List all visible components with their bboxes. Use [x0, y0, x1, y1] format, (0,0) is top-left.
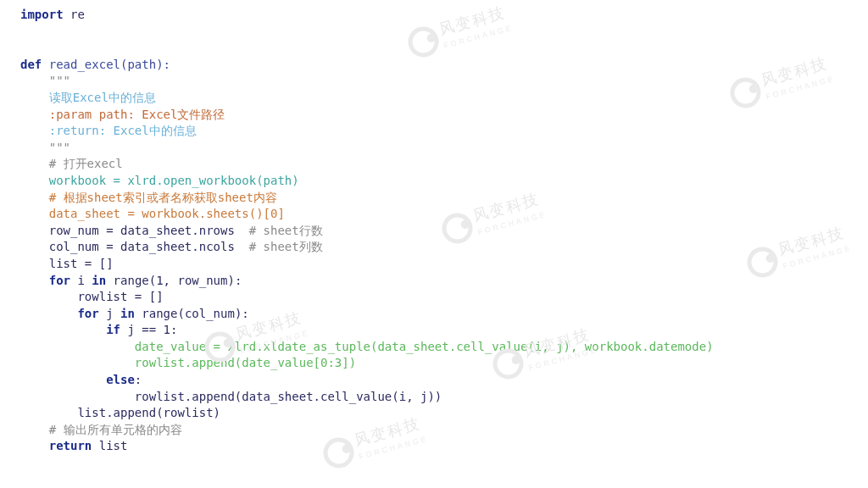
code-line: j	[99, 307, 120, 320]
code-line: :	[135, 373, 142, 386]
code-line: range(col_num):	[135, 307, 249, 320]
code-line: # 根据sheet索引或者名称获取sheet内容	[20, 191, 277, 204]
code-line: workbook = xlrd.open_workbook(path)	[20, 174, 299, 187]
code-line: """	[20, 74, 70, 87]
code-line: data_sheet = workbook.sheets()[0]	[20, 207, 285, 220]
code-line: for	[20, 274, 70, 287]
code-line: list = []	[20, 257, 114, 270]
code-line: # 输出所有单元格的内容	[20, 423, 182, 436]
code-line: if	[20, 323, 120, 336]
code-line: :param path: Excel文件路径	[20, 108, 225, 121]
code-line: return	[20, 439, 92, 452]
code-line: in	[120, 307, 135, 320]
code-line: """	[20, 141, 70, 154]
code-line: i	[70, 274, 92, 287]
code-line: :return: Excel中的信息	[20, 124, 197, 137]
code-line: date_value = xlrd.xldate_as_tuple(data_s…	[20, 340, 714, 353]
code-line: rowlist.append(data_sheet.cell_value(i, …	[20, 390, 442, 403]
code-line: else	[20, 373, 135, 386]
code-line: range(1, row_num):	[106, 274, 242, 287]
code-line: for	[20, 307, 99, 320]
code-line: # sheet行数	[249, 224, 323, 237]
code-line: rowlist.append(date_value[0:3])	[20, 356, 356, 369]
code-line: list	[92, 439, 127, 452]
code-line: read_excel(path):	[42, 58, 170, 71]
code-line: j == 1:	[120, 323, 177, 336]
code-line: # 打开execl	[20, 157, 123, 170]
code-line: re	[64, 8, 85, 21]
code-line: col_num = data_sheet.ncols	[20, 240, 249, 253]
code-block: import re def read_excel(path): """ 读取Ex…	[20, 7, 848, 455]
code-line: # sheet列数	[249, 240, 323, 253]
code-line: rowlist = []	[20, 290, 164, 303]
code-line: in	[92, 274, 106, 287]
code-line: def	[20, 58, 42, 71]
code-line: import	[20, 8, 64, 21]
code-line: row_num = data_sheet.nrows	[20, 224, 249, 237]
code-line: 读取Excel中的信息	[20, 91, 156, 104]
code-line: list.append(rowlist)	[20, 406, 220, 419]
